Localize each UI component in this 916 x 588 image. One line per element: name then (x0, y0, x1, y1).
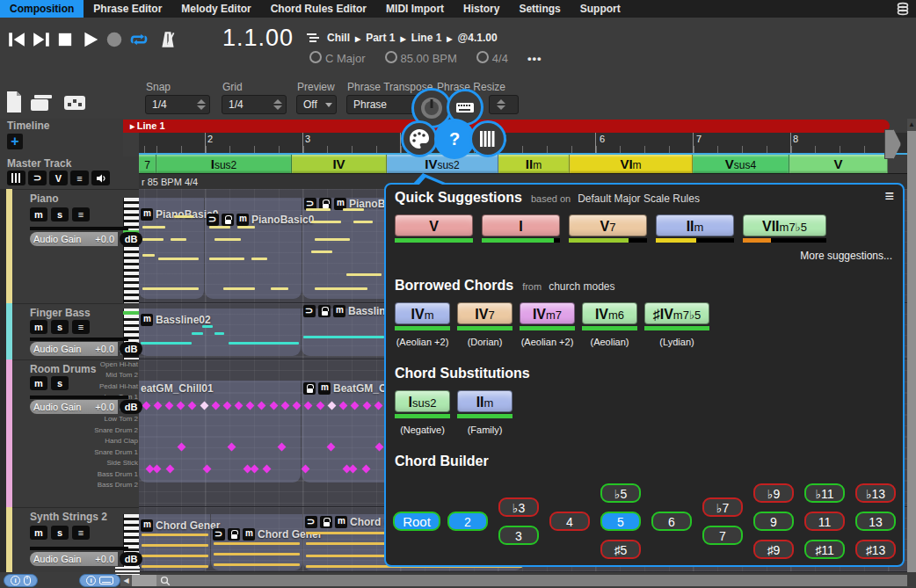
note[interactable] (214, 553, 300, 555)
note[interactable] (142, 238, 164, 241)
note[interactable] (315, 238, 350, 241)
mute-icon[interactable] (236, 214, 249, 226)
clip-label[interactable]: eatGM_Chill01 (141, 382, 214, 395)
note[interactable] (346, 273, 382, 276)
modes-link[interactable]: church modes (549, 280, 614, 293)
menu-tab[interactable]: Composition (0, 0, 84, 18)
track-menu-button[interactable]: ≡ (72, 526, 90, 540)
master-voicing-button[interactable]: V (49, 171, 68, 185)
mute-icon[interactable] (141, 314, 153, 326)
substitution-chord-chip[interactable]: IIm (Family) (457, 390, 513, 435)
breadcrumb-item[interactable]: Part 1 (355, 32, 396, 44)
note[interactable] (311, 250, 332, 253)
master-volume-button[interactable] (91, 171, 110, 185)
hscroll-thumb[interactable] (132, 575, 156, 586)
note[interactable] (209, 226, 230, 229)
mute-icon[interactable] (243, 528, 255, 541)
interval-chip[interactable]: 11 (804, 512, 845, 531)
solo-button[interactable]: s (51, 526, 69, 540)
interval-chip[interactable]: ♭9 (753, 483, 794, 503)
audio-gain-slider[interactable]: Audio Gain+0.0 (30, 400, 118, 414)
loop-icon[interactable] (305, 516, 317, 528)
track-header-bass[interactable]: Finger Bass m s ≡ Audio Gain+0.0 dB (12, 303, 139, 359)
more-suggestions-link[interactable]: More suggestions... (800, 250, 892, 262)
note[interactable] (214, 542, 300, 545)
loop-icon[interactable] (213, 528, 225, 541)
menu-tab[interactable]: Phrase Editor (84, 0, 171, 18)
metronome-icon[interactable] (158, 30, 178, 49)
borrowed-chord-chip[interactable]: IVm6 (Aeolian) (582, 302, 637, 347)
master-keys-button[interactable] (7, 171, 25, 185)
rules-link[interactable]: Default Major Scale Rules (578, 192, 700, 205)
resize-grip[interactable] (115, 567, 140, 575)
interval-chip[interactable]: 6 (651, 512, 692, 531)
note[interactable] (158, 258, 199, 260)
pads-icon[interactable] (63, 95, 86, 114)
mute-button[interactable]: m (30, 376, 47, 390)
arrangement-icon[interactable] (306, 32, 325, 51)
interval-chip[interactable]: ♭3 (498, 497, 539, 517)
interval-chip[interactable]: Root (393, 512, 440, 531)
chord-block[interactable]: IV (292, 155, 387, 173)
borrowed-chord-chip[interactable]: IVm (Aeolian +2) (395, 302, 450, 347)
timeline-ruler[interactable]: 2345678 (139, 133, 907, 153)
clip-label[interactable]: PianoBasic0 (207, 214, 314, 226)
note[interactable] (214, 332, 224, 335)
loop-icon[interactable] (303, 305, 316, 317)
stepper-icon[interactable] (497, 99, 505, 110)
interval-chip[interactable]: ♯5 (600, 540, 641, 559)
piano-icon[interactable] (469, 120, 506, 157)
line-marker-bar[interactable]: Line 1 (123, 120, 890, 133)
preview-select[interactable]: Off (296, 95, 337, 114)
interval-chip[interactable]: ♭13 (855, 483, 896, 503)
menu-tab[interactable]: History (454, 0, 509, 18)
master-loop-button[interactable]: ⊃ (28, 171, 47, 185)
meter-selector[interactable]: 4/4 (476, 51, 508, 65)
chord-block[interactable]: Vsus4 (693, 155, 789, 173)
stepper-icon[interactable] (273, 99, 282, 110)
interval-chip[interactable]: ♭11 (804, 483, 845, 503)
palette-icon[interactable] (401, 120, 438, 157)
mute-button[interactable]: m (30, 320, 47, 334)
chord-suggestion-chip[interactable]: I (482, 214, 560, 243)
solo-button[interactable]: s (51, 320, 69, 334)
interval-chip[interactable]: 5 (600, 512, 641, 531)
interval-chip[interactable]: 3 (498, 526, 539, 545)
note[interactable] (142, 544, 208, 547)
chord-block[interactable]: IIm (498, 155, 570, 173)
mute-icon[interactable] (141, 208, 153, 221)
scroll-up-button[interactable]: ▲ (907, 119, 916, 131)
mute-icon[interactable] (141, 519, 153, 532)
note[interactable] (306, 208, 331, 211)
track-menu-button[interactable]: ≡ (72, 320, 90, 334)
clip-label[interactable]: Chord Gener (213, 528, 322, 541)
clip-block[interactable] (139, 381, 301, 483)
note[interactable] (223, 287, 255, 290)
play-button[interactable] (81, 30, 100, 49)
lock-icon[interactable] (318, 305, 331, 317)
lock-icon[interactable] (303, 382, 316, 395)
interval-chip[interactable]: 7 (702, 526, 743, 545)
menu-tab[interactable]: Melody Editor (171, 0, 260, 18)
note[interactable] (237, 226, 255, 229)
clip-label[interactable]: Bassline02 (141, 314, 211, 326)
new-phrase-icon[interactable] (4, 91, 24, 117)
note[interactable] (303, 336, 384, 338)
track-header-strings[interactable]: Synth Strings 2 m s ≡ Audio Gain+0.0 dB (12, 507, 139, 572)
loop-button[interactable] (128, 30, 148, 49)
interval-chip[interactable]: 9 (753, 512, 794, 531)
note[interactable] (202, 325, 213, 328)
note[interactable] (271, 287, 288, 290)
chord-block[interactable]: V (789, 155, 888, 173)
clip-label[interactable]: Chord Gener (141, 519, 220, 532)
interval-chip[interactable]: 4 (549, 512, 590, 531)
lock-icon[interactable] (228, 528, 240, 541)
chord-block[interactable]: Isus2 (156, 155, 292, 173)
loop-icon[interactable] (207, 214, 219, 226)
snap-select[interactable]: 1/4 (145, 95, 210, 114)
mute-icon[interactable] (318, 382, 331, 395)
clip-label[interactable]: BeatGM_Ch (303, 382, 393, 395)
note[interactable] (353, 221, 373, 223)
add-line-button[interactable]: + (7, 134, 23, 149)
solo-button[interactable]: s (51, 207, 69, 221)
